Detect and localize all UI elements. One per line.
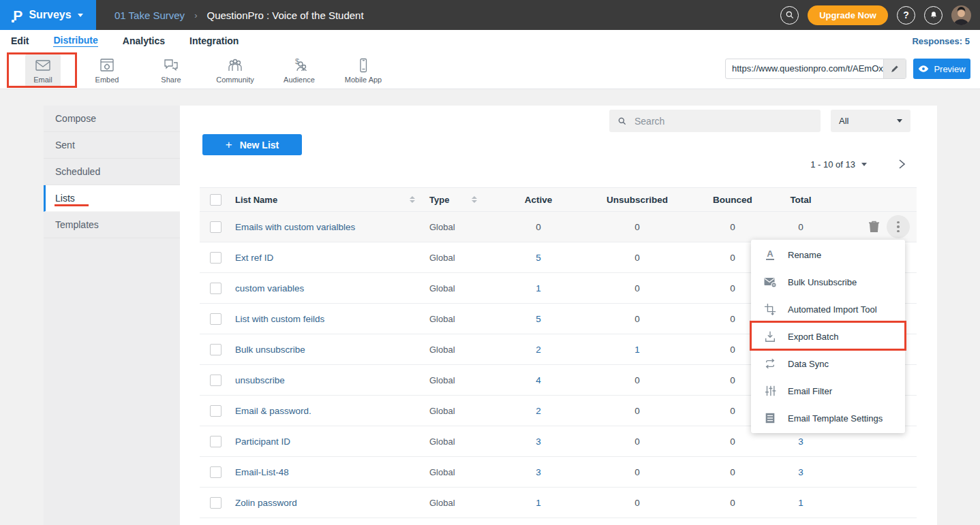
bell-icon (929, 10, 938, 20)
row-checkbox[interactable] (210, 375, 221, 386)
mobile-app-icon (354, 57, 372, 74)
list-type: Global (419, 436, 497, 447)
unsubscribed-count: 0 (579, 314, 695, 324)
search-input[interactable] (633, 115, 812, 127)
responses-count[interactable]: Responses: 5 (912, 36, 970, 46)
chevron-down-icon (897, 119, 902, 123)
active-count[interactable]: 4 (497, 375, 579, 385)
sidebar-item-compose[interactable]: Compose (44, 106, 180, 132)
list-name-link[interactable]: Email-List-48 (234, 467, 419, 477)
annotation-box-email (7, 52, 77, 88)
crop-icon (763, 303, 777, 315)
list-name-link[interactable]: Zolin password (234, 498, 419, 508)
help-button[interactable]: ? (897, 6, 915, 25)
survey-url-field[interactable]: https://www.questionpro.com/t/AEmOx2 (725, 59, 906, 79)
list-name-link[interactable]: Emails with custom varialbles (234, 222, 419, 232)
active-count: 0 (497, 222, 579, 232)
active-count[interactable]: 3 (497, 467, 579, 477)
row-checkbox[interactable] (210, 344, 221, 355)
total-count[interactable]: 3 (770, 436, 831, 447)
list-type: Global (419, 222, 497, 232)
active-count[interactable]: 3 (497, 436, 579, 447)
tab-distribute[interactable]: Distribute (53, 35, 97, 47)
next-page-button[interactable] (897, 159, 906, 170)
search-button[interactable] (780, 6, 799, 25)
row-menu-button[interactable] (887, 215, 910, 238)
sidebar-item-scheduled[interactable]: Scheduled (44, 159, 180, 185)
list-name-link[interactable]: List with custom feilds (234, 314, 419, 324)
row-checkbox[interactable] (210, 405, 221, 417)
user-avatar[interactable] (951, 5, 971, 25)
row-checkbox[interactable] (210, 436, 221, 447)
list-name-link[interactable]: unsubscribe (234, 375, 419, 385)
new-list-label: New List (240, 140, 279, 150)
product-switcher[interactable]: P Surveys (0, 0, 96, 30)
menu-item-rename[interactable]: A Rename (751, 241, 905, 268)
sort-icon[interactable] (410, 196, 415, 203)
tab-analytics[interactable]: Analytics (123, 35, 165, 47)
list-name-link[interactable]: custom variables (234, 283, 419, 293)
notifications-button[interactable] (924, 6, 943, 25)
list-type: Global (419, 498, 497, 508)
list-name-link[interactable]: Bulk unsubscribe (234, 345, 419, 355)
upgrade-now-button[interactable]: Upgrade Now (808, 5, 888, 25)
row-checkbox[interactable] (210, 497, 221, 509)
bounced-count: 0 (695, 498, 770, 508)
menu-item-bulk-unsubscribe[interactable]: Bulk Unsubscribe (751, 268, 905, 296)
table-row: Email-List-48 Global 3 0 0 3 (200, 457, 917, 488)
tab-integration[interactable]: Integration (189, 35, 239, 47)
pagination-range-label: 1 - 10 of 13 (810, 159, 855, 170)
pencil-icon (890, 64, 900, 74)
row-checkbox[interactable] (210, 252, 221, 264)
pagination-range-dropdown[interactable]: 1 - 10 of 13 (810, 159, 867, 170)
list-search[interactable] (609, 110, 821, 132)
list-name-link[interactable]: Ext ref ID (234, 253, 419, 263)
active-count[interactable]: 1 (497, 283, 579, 293)
breadcrumb-survey-link[interactable]: 01 Take Survey (114, 10, 185, 21)
active-count[interactable]: 2 (497, 345, 579, 355)
list-type: Global (419, 345, 497, 355)
unsubscribed-count: 0 (579, 222, 695, 232)
total-count[interactable]: 1 (770, 498, 831, 508)
active-count[interactable]: 1 (497, 498, 579, 508)
toolbar-item-audience[interactable]: $ Audience (267, 52, 331, 89)
sidebar-item-lists[interactable]: Lists (44, 185, 180, 212)
col-header-type: Type (429, 195, 449, 205)
active-count[interactable]: 5 (497, 253, 579, 263)
row-checkbox[interactable] (210, 283, 221, 294)
preview-button[interactable]: Preview (913, 59, 970, 79)
menu-item-label: Automated Import Tool (788, 304, 877, 315)
annotation-box-export-batch (750, 321, 906, 351)
new-list-button[interactable]: + New List (202, 134, 302, 155)
sidebar-item-sent[interactable]: Sent (44, 132, 180, 159)
active-count[interactable]: 2 (497, 406, 579, 416)
menu-item-automated-import-tool[interactable]: Automated Import Tool (751, 296, 905, 323)
edit-url-button[interactable] (883, 59, 906, 78)
survey-url-value[interactable]: https://www.questionpro.com/t/AEmOx2 (726, 59, 883, 78)
row-checkbox[interactable] (210, 466, 221, 478)
select-all-checkbox[interactable] (210, 194, 221, 206)
menu-item-data-sync[interactable]: Data Sync (751, 350, 905, 377)
toolbar-item-share[interactable]: Share (139, 52, 203, 89)
delete-list-button[interactable] (868, 221, 880, 234)
toolbar-item-mobile-app[interactable]: Mobile App (331, 52, 395, 89)
sort-icon[interactable] (472, 196, 477, 203)
toolbar-item-embed[interactable]: Embed (75, 52, 139, 89)
row-checkbox[interactable] (210, 221, 221, 233)
row-checkbox[interactable] (210, 313, 221, 325)
toolbar-item-community[interactable]: Community (203, 52, 267, 89)
menu-item-label: Rename (788, 250, 821, 260)
menu-item-email-filter[interactable]: Email Filter (751, 377, 905, 404)
tab-edit[interactable]: Edit (11, 35, 29, 47)
sidebar-item-templates[interactable]: Templates (44, 212, 180, 238)
menu-item-email-template-settings[interactable]: Email Template Settings (751, 404, 905, 432)
active-count[interactable]: 5 (497, 314, 579, 324)
unsubscribed-count: 0 (579, 436, 695, 447)
list-name-link[interactable]: Email & password. (234, 406, 419, 416)
plus-icon: + (226, 138, 232, 152)
list-name-link[interactable]: Participant ID (234, 436, 419, 447)
total-count[interactable]: 3 (770, 467, 831, 477)
filter-sliders-icon (763, 385, 777, 397)
unsubscribed-count[interactable]: 1 (579, 345, 695, 355)
list-filter-dropdown[interactable]: All (831, 110, 910, 132)
